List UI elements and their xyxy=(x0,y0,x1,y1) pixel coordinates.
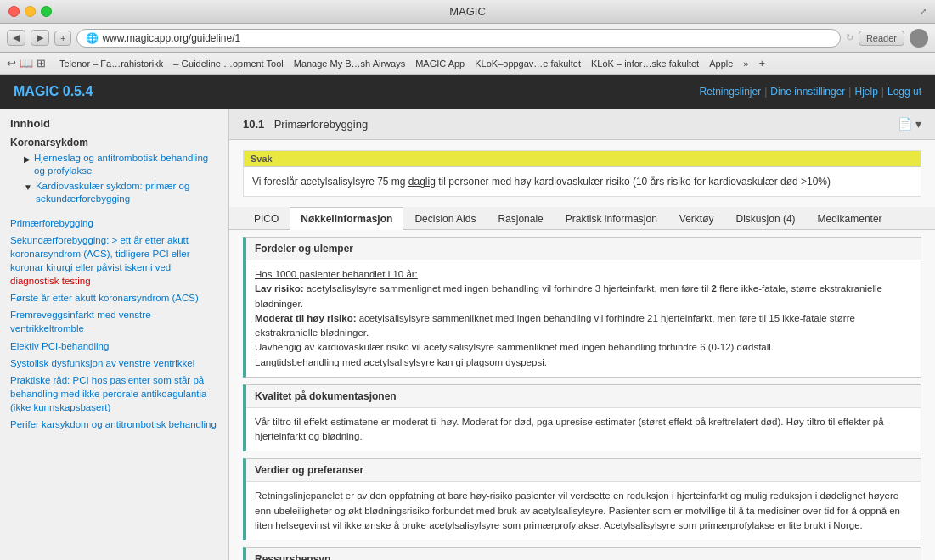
section-number: 10.1 xyxy=(243,118,264,131)
section-benefits-body: Hos 1000 pasienter behandlet i 10 år: La… xyxy=(246,260,921,377)
section-title: Primærforebygging xyxy=(274,118,369,131)
app-header: MAGIC 0.5.4 Retningslinjer | Dine innsti… xyxy=(0,75,935,109)
sidebar-item-kardiovaskulaer-text: Kardiovaskulær sykdom: primær og sekundæ… xyxy=(36,180,218,205)
forward-button[interactable]: ▶ xyxy=(31,30,49,46)
bookmarks-bar: ↩ 📖 ⊞ Telenor – Fa…rahistorikk – Guideli… xyxy=(0,53,935,75)
bookmarks-add[interactable]: + xyxy=(758,57,765,70)
maximize-button[interactable] xyxy=(41,6,52,17)
window-controls xyxy=(8,6,52,17)
document-icon[interactable]: 📄 ▾ xyxy=(898,117,921,131)
tabs-bar: PICO Nøkkelinformasjon Decision Aids Ras… xyxy=(229,207,935,230)
bookmark-4[interactable]: KLoK–oppgav…e fakultet xyxy=(475,59,581,69)
nav-innstillinger[interactable]: Dine innstillinger xyxy=(770,86,845,98)
recommendation-text: Vi foreslår acetylsalisylsyre 75 mg dagl… xyxy=(244,167,921,196)
grid-icon: ⊞ xyxy=(37,57,46,70)
tab-nokkelinfo[interactable]: Nøkkelinformasjon xyxy=(290,207,403,230)
bookmark-5[interactable]: KLoK – infor…ske fakultet xyxy=(591,59,699,69)
bookmark-3[interactable]: MAGIC App xyxy=(415,59,465,69)
title-bar-right: ⤢ xyxy=(920,7,927,16)
section-benefits-header: Fordeler og ulemper xyxy=(246,238,921,260)
tab-praktisk[interactable]: Praktisk informasjon xyxy=(555,207,668,230)
nav-logg-ut[interactable]: Logg ut xyxy=(887,86,921,98)
back-button[interactable]: ◀ xyxy=(7,30,25,46)
app-nav: Retningslinjer | Dine innstillinger | Hj… xyxy=(699,86,921,98)
sidebar-item-hjerneslag[interactable]: ▶ Hjerneslag og antitrombotisk behandlin… xyxy=(10,152,218,177)
tab-diskusjon[interactable]: Diskusjon (4) xyxy=(725,207,807,230)
sidebar-item-systolisk[interactable]: Systolisk dysfunksjon av venstre ventrik… xyxy=(10,356,218,370)
sidebar-item-primaerforebygging[interactable]: Primærforebygging xyxy=(10,216,218,230)
sidebar-item-kardiovaskulaer[interactable]: ▼ Kardiovaskulær sykdom: primær og sekun… xyxy=(10,180,218,205)
info-sections: Fordeler og ulemper Hos 1000 pasienter b… xyxy=(229,230,935,560)
bookmark-icons: ↩ 📖 ⊞ xyxy=(7,57,46,70)
tab-medikamenter[interactable]: Medikamenter xyxy=(807,207,893,230)
sidebar-title: Innhold xyxy=(10,117,218,130)
bookmark-1[interactable]: – Guideline …opment Tool xyxy=(173,59,283,69)
address-bar: ◀ ▶ + 🌐 www.magicapp.org/guideline/1 ↻ R… xyxy=(0,24,935,53)
bookmark-2[interactable]: Manage My B…sh Airways xyxy=(294,59,405,69)
section-values-body: Retningslinjepanelet er av den oppfatnin… xyxy=(246,482,921,540)
window-title: MAGIC xyxy=(449,5,486,18)
main-layout: Innhold Koronarsykdom ▶ Hjerneslag og an… xyxy=(0,109,935,560)
avatar-button[interactable] xyxy=(910,29,928,48)
content-area: 10.1 Primærforebygging 📄 ▾ Svak Vi fores… xyxy=(229,109,935,560)
recommendation-box: Svak Vi foreslår acetylsalisylsyre 75 mg… xyxy=(243,150,921,197)
section-resources: Ressurshensyn Prisen for acetylsalisylsy… xyxy=(243,547,921,560)
tab-pico[interactable]: PICO xyxy=(243,207,290,230)
sidebar-item-perifer[interactable]: Perifer karsykdom og antitrombotisk beha… xyxy=(10,417,218,431)
close-button[interactable] xyxy=(8,6,20,17)
sidebar-item-foerste-aar[interactable]: Første år etter akutt koronarsyndrom (AC… xyxy=(10,291,218,305)
url-text: www.magicapp.org/guideline/1 xyxy=(102,32,240,44)
sidebar-section-koronarsykdom: Koronarsykdom xyxy=(10,137,218,148)
arrow-icon-down: ▼ xyxy=(24,182,32,193)
tab-decision-aids[interactable]: Decision Aids xyxy=(403,207,487,230)
app-logo: MAGIC 0.5.4 xyxy=(14,84,93,99)
sidebar-item-sekundaer[interactable]: Sekundærforebygging: > ett år etter akut… xyxy=(10,233,218,288)
nav-hjelp[interactable]: Hjelp xyxy=(854,86,877,98)
section-values-header: Verdier og preferanser xyxy=(246,459,921,482)
tab-rasjonale[interactable]: Rasjonale xyxy=(487,207,554,230)
section-heading: 10.1 Primærforebygging xyxy=(243,118,368,131)
sidebar-item-fremre[interactable]: Fremreveggsinfarkt med venstre ventrikke… xyxy=(10,308,218,335)
reader-button[interactable]: Reader xyxy=(859,31,904,46)
url-bar[interactable]: 🌐 www.magicapp.org/guideline/1 xyxy=(76,29,840,48)
reload-icon[interactable]: ↻ xyxy=(846,32,853,43)
section-quality-header: Kvalitet på dokumentasjonen xyxy=(246,385,921,408)
section-quality: Kvalitet på dokumentasjonen Vår tiltro t… xyxy=(243,384,921,452)
tab-verktoy[interactable]: Verktøy xyxy=(668,207,725,230)
bookmarks-more[interactable]: » xyxy=(743,59,748,69)
sidebar-item-praktiske[interactable]: Praktiske råd: PCI hos pasienter som stå… xyxy=(10,373,218,414)
nav-retningslinjer[interactable]: Retningslinjer xyxy=(699,86,761,98)
arrow-icon: ▶ xyxy=(24,154,31,165)
recommendation-strength: Svak xyxy=(244,151,921,167)
minimize-button[interactable] xyxy=(25,6,36,17)
title-bar: MAGIC ⤢ xyxy=(0,0,935,24)
sidebar-item-hjerneslag-text: Hjerneslag og antitrombotisk behandling … xyxy=(34,152,218,177)
section-quality-body: Vår tiltro til effekt-estimatene er mode… xyxy=(246,408,921,451)
bookmark-6[interactable]: Apple xyxy=(709,59,733,69)
section-benefits: Fordeler og ulemper Hos 1000 pasienter b… xyxy=(243,237,921,378)
book-icon: 📖 xyxy=(20,57,33,70)
content-header: 10.1 Primærforebygging 📄 ▾ xyxy=(229,109,935,140)
sidebar-item-pci[interactable]: Elektiv PCI-behandling xyxy=(10,339,218,353)
resize-icon: ⤢ xyxy=(920,7,927,16)
section-resources-header: Ressurshensyn xyxy=(246,548,921,560)
bookmark-0[interactable]: Telenor – Fa…rahistorikk xyxy=(59,59,163,69)
reload-button[interactable]: + xyxy=(54,31,71,46)
sidebar: Innhold Koronarsykdom ▶ Hjerneslag og an… xyxy=(0,109,229,560)
section-values: Verdier og preferanser Retningslinjepane… xyxy=(243,458,921,540)
back-icon: ↩ xyxy=(7,57,16,70)
